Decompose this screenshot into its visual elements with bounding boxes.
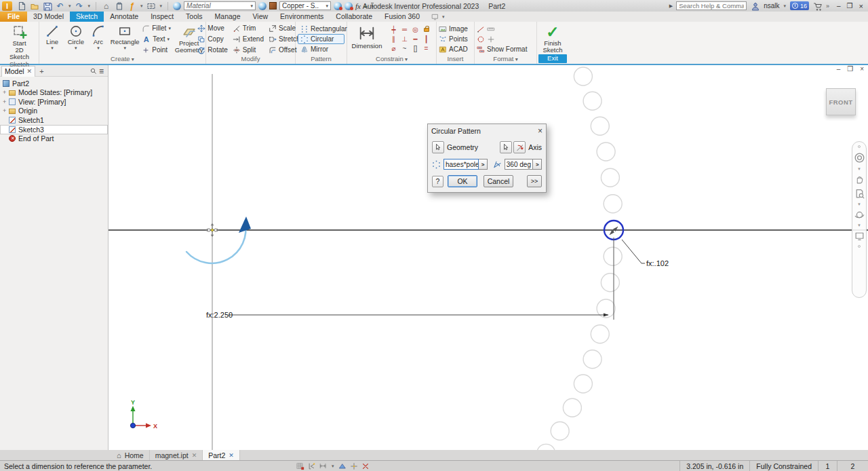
browser-item-view-primary-[interactable]: +View: [Primary] [0,97,108,107]
concentric-constraint-icon[interactable]: ◎ [410,25,420,35]
chevron-down-icon[interactable]: ▾ [332,464,334,469]
collinear-constraint-icon[interactable]: ═ [399,25,410,35]
group-label-create[interactable]: Create [39,55,205,64]
close-icon[interactable]: ✕ [229,452,234,459]
undo-caret-icon[interactable]: ▾ [68,3,71,9]
circular-pattern-preview[interactable] [537,67,623,450]
fix-constraint-icon[interactable] [421,25,431,35]
constraint-visibility-icon[interactable] [308,462,316,470]
parameters-fx-icon[interactable]: fx [355,2,361,10]
user-name[interactable]: nsalk [764,2,779,10]
store-cart-icon[interactable] [812,1,823,11]
line-button[interactable]: Line▾ [41,23,63,55]
open-file-icon[interactable] [29,1,39,11]
document-tab-magnet-ipt[interactable]: magnet.ipt✕ [150,450,203,460]
trim-button[interactable]: Trim [233,24,264,33]
look-at-icon[interactable] [854,231,865,241]
doc-restore-button[interactable]: ❐ [847,65,853,73]
coincident-constraint-icon[interactable]: ┿ [389,25,399,35]
zoom-icon[interactable] [854,189,865,199]
pattern-instance-circle[interactable] [583,350,601,369]
axis-direction-button[interactable] [513,141,526,153]
appearance-sphere-icon[interactable] [258,2,267,10]
pattern-instance-circle[interactable] [591,117,609,135]
redo-caret-icon[interactable]: ▾ [88,3,91,9]
restore-button[interactable]: ❐ [847,2,853,10]
origin-move-glyph[interactable] [205,223,219,237]
fillet-button[interactable]: Fillet▾ [142,24,173,33]
pattern-instance-circle[interactable] [601,168,619,187]
tab-inspect[interactable]: Inspect [144,12,180,22]
search-expander-icon[interactable]: ▶ [669,3,673,9]
tab-tools[interactable]: Tools [180,12,209,22]
pattern-instance-circle[interactable] [551,422,569,440]
browser-item-origin[interactable]: +Origin [0,107,108,116]
split-button[interactable]: Split [233,45,264,55]
count-input[interactable]: hases*poles [443,159,479,170]
diameter-dimension-label[interactable]: fx:.102 [646,259,669,267]
user-icon[interactable] [750,1,760,11]
text-button[interactable]: A Text▾ [142,35,173,44]
pattern-instance-circle[interactable] [563,398,581,417]
pattern-instance-circle[interactable] [574,67,592,86]
finish-sketch-button[interactable]: ✓ Finish Sketch [539,23,566,54]
pan-icon[interactable] [854,174,865,185]
delete-constraint-icon[interactable] [361,462,370,470]
driven-dimension-icon[interactable] [487,25,495,33]
circular-pattern-button[interactable]: Circular [298,34,344,44]
group-label-format[interactable]: Format [475,55,536,64]
minimize-button[interactable]: – [837,2,841,10]
dimension-display-icon[interactable] [319,462,328,470]
redo-icon[interactable]: ↷ [75,1,85,11]
new-file-icon[interactable] [16,1,26,11]
tab-file[interactable]: File [0,12,27,22]
tab-collaborate[interactable]: Collaborate [330,12,378,22]
home-icon[interactable]: ⌂ [101,1,111,11]
horizontal-constraint-icon[interactable]: ━ [410,35,420,44]
tab-manage[interactable]: Manage [209,12,247,22]
notification-badge[interactable]: 16 [790,1,809,10]
expand-icon[interactable]: + [3,89,9,96]
center-point-icon[interactable] [487,35,495,43]
orbit-icon[interactable] [854,210,865,220]
start-2d-sketch-button[interactable]: Start 2D Sketch [5,23,34,60]
clear-appearance-icon[interactable] [344,2,353,10]
chevrons-icon[interactable]: » [826,3,829,10]
pattern-instance-circle[interactable] [537,444,555,450]
pattern-instance-circle[interactable] [574,375,592,393]
help-button[interactable]: ? [432,176,443,187]
rotate-button[interactable]: Rotate [197,45,227,55]
adjust-appearance-icon[interactable] [334,2,342,10]
appearance-dropdown[interactable]: Copper - S.. ▾ [279,1,331,10]
pattern-instance-circle[interactable] [604,195,622,213]
document-tab-part2[interactable]: Part2✕ [203,450,240,460]
close-icon[interactable]: ✕ [192,452,197,459]
select-geometry-button[interactable] [432,141,444,153]
arc-button[interactable]: Arc▾ [89,23,108,55]
perpendicular-constraint-icon[interactable]: ⊥ [399,35,410,44]
pattern-instance-circle[interactable] [597,143,615,161]
inventor-logo-icon[interactable]: I [2,1,12,11]
clipboard-icon[interactable] [114,1,124,11]
pattern-instance-circle[interactable] [601,274,619,292]
snap-grid-icon[interactable] [296,462,304,470]
search-icon[interactable] [90,67,97,75]
dimension-button[interactable]: Dimension [349,23,384,55]
smooth-constraint-icon[interactable]: ~ [399,44,410,54]
hamburger-menu-icon[interactable]: ≡ [99,67,104,76]
chevron-down-icon[interactable]: ▼ [857,168,861,170]
group-label-constrain[interactable]: Constrain [347,55,436,64]
tab-environments[interactable]: Environments [274,12,330,22]
doc-close-button[interactable]: × [860,65,864,73]
browser-item-end-of-part[interactable]: End of Part [0,134,108,144]
angle-flyout-button[interactable]: > [533,159,542,170]
point-button[interactable]: Point [142,45,173,55]
save-icon[interactable] [42,1,52,11]
tangent-constraint-icon[interactable]: ⌀ [389,44,399,54]
close-icon[interactable]: ✕ [27,68,33,75]
cancel-button[interactable]: Cancel [484,175,513,187]
parallel-constraint-icon[interactable]: ∥ [389,35,399,44]
undo-icon[interactable]: ↶ [55,1,65,11]
pattern-instance-circle[interactable] [591,325,609,343]
move-button[interactable]: Move [197,24,227,33]
